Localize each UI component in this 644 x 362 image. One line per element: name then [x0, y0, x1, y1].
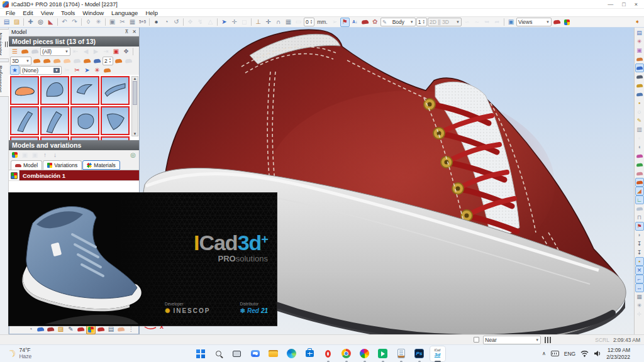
- undo-icon[interactable]: ↶: [60, 18, 69, 27]
- save-icon[interactable]: ▤: [2, 18, 11, 27]
- heel2-icon[interactable]: ◗: [635, 231, 644, 239]
- redo-icon[interactable]: ↷: [70, 18, 79, 27]
- heel-icon[interactable]: [635, 204, 644, 213]
- shoe-apply-icon[interactable]: [82, 56, 92, 65]
- views-select[interactable]: Views▼: [516, 18, 552, 26]
- link-icon[interactable]: ▫: [635, 134, 644, 143]
- fit-view-icon[interactable]: ◣: [46, 18, 55, 27]
- paste-icon[interactable]: ▦: [128, 18, 137, 27]
- tab-model[interactable]: Model: [11, 160, 42, 170]
- drop1-icon[interactable]: ↧: [635, 239, 644, 248]
- shoe-star-icon[interactable]: [52, 56, 62, 65]
- swap-left-icon[interactable]: ➥: [482, 18, 492, 27]
- cut-red-icon[interactable]: ✂: [72, 65, 82, 75]
- shoe-flatten-icon[interactable]: [32, 56, 42, 65]
- lasso-icon[interactable]: ✛: [230, 18, 239, 27]
- lock2-icon[interactable]: ▪: [635, 257, 644, 266]
- next-piece-icon[interactable]: ▶: [91, 47, 101, 56]
- none-select[interactable]: (None)▼: [20, 66, 62, 75]
- snap-select[interactable]: Near▼: [483, 336, 541, 344]
- note-icon[interactable]: ✎: [635, 116, 644, 125]
- sheet-icon[interactable]: ▤: [106, 325, 116, 334]
- weather-widget[interactable]: ☽ 74°F Haze: [0, 348, 126, 360]
- last-icon[interactable]: ⊥: [253, 18, 263, 27]
- person-icon[interactable]: ❖: [121, 47, 131, 56]
- spray-icon[interactable]: ✳: [94, 18, 103, 27]
- copy-icon[interactable]: ▣: [108, 18, 117, 27]
- pointer-x-icon[interactable]: ➤: [82, 65, 92, 75]
- clamp-icon[interactable]: ⊓: [635, 213, 644, 222]
- shoe-dark-icon[interactable]: [635, 72, 644, 81]
- flag2-icon[interactable]: ⚑: [635, 222, 644, 231]
- point-icon[interactable]: ●: [152, 18, 161, 27]
- shoe-dis-icon[interactable]: [72, 56, 82, 65]
- photos-button[interactable]: [357, 346, 372, 361]
- ramp-icon[interactable]: ◢: [635, 187, 644, 195]
- store-button[interactable]: [303, 346, 318, 361]
- cross-section-icon[interactable]: ✛: [264, 18, 273, 27]
- shoe-blue-icon[interactable]: [92, 56, 102, 65]
- language-indicator[interactable]: ENG: [564, 351, 575, 357]
- move-down-icon[interactable]: ↓: [50, 150, 60, 160]
- history-icon[interactable]: ◔: [26, 325, 35, 334]
- touch-keyboard-icon[interactable]: [551, 351, 559, 356]
- arch-icon[interactable]: ∩: [274, 18, 283, 27]
- shoe-red2-icon[interactable]: [96, 325, 106, 334]
- span-icon[interactable]: ↔: [635, 283, 644, 292]
- mode-select[interactable]: 2D || 3D▼: [428, 18, 462, 26]
- shoe-blue2-icon[interactable]: [635, 90, 644, 99]
- menu-window[interactable]: Window: [79, 9, 107, 16]
- wifi-icon[interactable]: [580, 350, 589, 357]
- shoe-red-icon[interactable]: [76, 325, 86, 334]
- menu-file[interactable]: File: [3, 9, 18, 16]
- shoe-outline-icon[interactable]: [635, 169, 644, 178]
- shoe-row3-icon[interactable]: [103, 65, 112, 75]
- body-select[interactable]: ✎Body▼: [380, 18, 416, 26]
- shoe-flatten2-icon[interactable]: [42, 56, 52, 65]
- shoe-pink-icon[interactable]: [635, 151, 644, 160]
- burst-x-icon[interactable]: ✳: [92, 65, 102, 75]
- folder-icon[interactable]: ▨: [56, 325, 65, 334]
- lock-gold-icon[interactable]: ▪: [635, 99, 644, 107]
- barcode-icon[interactable]: [545, 337, 552, 343]
- menu-view[interactable]: View: [38, 9, 57, 16]
- palette-active-icon[interactable]: [86, 325, 96, 334]
- shoe-send-off-icon[interactable]: [124, 56, 133, 65]
- tray-chevron-icon[interactable]: ∧: [542, 351, 546, 356]
- cut-off-icon[interactable]: ✂: [62, 65, 72, 75]
- piece-filter-select[interactable]: (All)▼: [40, 47, 70, 56]
- flower-icon[interactable]: ✿: [370, 18, 380, 27]
- new-model-icon[interactable]: [552, 18, 562, 27]
- menu-tools[interactable]: Tools: [58, 9, 78, 16]
- scroll-up-icon[interactable]: ▲: [133, 77, 137, 80]
- new-palette-icon[interactable]: [562, 18, 572, 27]
- favorite-icon[interactable]: ★: [10, 65, 19, 75]
- tab-materials[interactable]: Materials: [82, 160, 119, 170]
- eraser-icon[interactable]: ◊: [84, 18, 93, 27]
- flag-tool-icon[interactable]: ⚑: [340, 18, 350, 27]
- curve-icon[interactable]: ↺: [172, 18, 181, 27]
- piece-vamp[interactable]: [40, 76, 69, 105]
- doc-shoe-icon[interactable]: [36, 325, 45, 334]
- shoe-green-icon[interactable]: [635, 160, 644, 169]
- lightning-icon[interactable]: ↯: [196, 18, 205, 27]
- piece-strap2[interactable]: [40, 106, 69, 135]
- pan-icon[interactable]: ✚: [26, 18, 35, 27]
- piece-collar[interactable]: [70, 76, 99, 105]
- new-variation-icon[interactable]: [10, 150, 19, 160]
- snapshot-icon[interactable]: ▥: [635, 125, 644, 134]
- shoe-orange2-icon[interactable]: [635, 178, 644, 187]
- mirror-icon[interactable]: 5+5: [138, 18, 147, 27]
- shoe-all-icon[interactable]: [20, 47, 30, 56]
- burst-icon[interactable]: ✳: [635, 37, 644, 46]
- model-tree-icon[interactable]: ▤: [635, 28, 644, 37]
- shoe-pale2-icon[interactable]: [116, 325, 126, 334]
- piece-panel[interactable]: [70, 106, 99, 135]
- prev-piece-icon[interactable]: ◀: [81, 47, 91, 56]
- sort-icon[interactable]: A↓: [350, 18, 360, 27]
- volume-icon[interactable]: [594, 350, 601, 357]
- sparkle-icon[interactable]: ✳: [635, 301, 644, 310]
- zoom-icon[interactable]: ◎: [36, 18, 45, 27]
- copy-variation-icon[interactable]: ▣: [20, 150, 30, 160]
- edge-button[interactable]: [284, 346, 299, 361]
